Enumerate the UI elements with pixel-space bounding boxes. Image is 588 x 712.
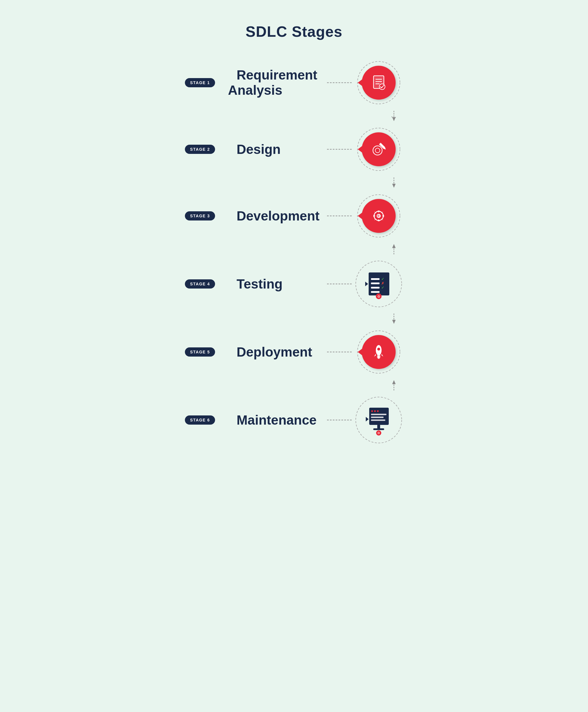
svg-marker-48 — [392, 380, 396, 384]
svg-rect-33 — [371, 291, 380, 293]
label-col-6: Maintenance — [222, 413, 326, 428]
icon-circle-2 — [362, 132, 396, 166]
svg-text:⚙: ⚙ — [377, 431, 380, 435]
svg-point-12 — [375, 148, 380, 153]
svg-marker-8 — [392, 117, 396, 121]
icon-col-2 — [354, 126, 403, 172]
stage-label-4: Testing — [236, 276, 282, 291]
icon-circle-3: ⚙ — [362, 199, 396, 233]
label-col-2: Design — [222, 142, 326, 157]
svg-marker-40 — [392, 320, 396, 324]
design-icon — [370, 140, 388, 159]
svg-text:✓: ✓ — [381, 286, 384, 290]
icon-col-4: ✓ ✗ ✓ ⚙ — [354, 259, 403, 308]
stage-badge-3: STAGE 3 — [185, 211, 215, 221]
badge-col-1: STAGE 1 — [185, 80, 222, 85]
main-container: SDLC Stages STAGE 1 RequirementAnalysis — [176, 12, 412, 467]
label-col-1: RequirementAnalysis — [222, 67, 326, 98]
connector-col-1 — [326, 82, 354, 83]
icon-col-6: ⚙ — [354, 396, 403, 444]
label-col-3: Development — [222, 208, 326, 224]
svg-point-44 — [377, 348, 380, 351]
connector-col-6 — [326, 419, 354, 421]
requirement-icon — [370, 74, 388, 92]
between-arrow-4-5 — [185, 314, 403, 324]
deployment-icon — [370, 343, 388, 361]
icon-col-5 — [354, 329, 403, 375]
svg-rect-56 — [371, 414, 386, 415]
svg-rect-32 — [371, 287, 380, 289]
badge-col-3: STAGE 3 — [185, 213, 222, 218]
stage-badge-2: STAGE 2 — [185, 145, 215, 154]
dashed-line-2 — [327, 149, 353, 150]
badge-col-5: STAGE 5 — [185, 350, 222, 355]
badge-col-4: STAGE 4 — [185, 281, 222, 287]
connector-col-2 — [326, 149, 354, 150]
connector-col-3 — [326, 215, 354, 216]
dashed-line-6 — [327, 419, 353, 421]
svg-point-46 — [378, 356, 380, 359]
svg-rect-57 — [371, 417, 383, 418]
svg-text:⚙: ⚙ — [377, 295, 380, 298]
svg-point-11 — [373, 146, 382, 155]
maintenance-icon: ⚙ — [363, 404, 395, 436]
stage-row-3: STAGE 3 Development — [185, 188, 403, 244]
maintenance-icon-wrap: ⚙ — [361, 403, 396, 437]
testing-icon-wrap: ✓ ✗ ✓ ⚙ — [361, 267, 396, 301]
svg-rect-60 — [373, 428, 384, 430]
icon-col-3: ⚙ — [354, 193, 403, 239]
svg-text:✓: ✓ — [381, 277, 384, 281]
icon-circle-1 — [362, 66, 396, 100]
svg-rect-30 — [371, 278, 380, 280]
stage-label-6: Maintenance — [236, 413, 317, 427]
page-title: SDLC Stages — [185, 23, 403, 40]
stage-badge-6: STAGE 6 — [185, 415, 215, 425]
label-col-4: Testing — [222, 276, 326, 292]
stage-row-1: STAGE 1 RequirementAnalysis — [185, 55, 403, 111]
testing-icon: ✓ ✗ ✓ ⚙ — [363, 268, 395, 300]
svg-point-53 — [371, 410, 373, 412]
svg-text:⚙: ⚙ — [378, 214, 380, 217]
stage-badge-5: STAGE 5 — [185, 348, 215, 357]
stage-row-6: STAGE 6 Maintenance — [185, 391, 403, 449]
stage-badge-1: STAGE 1 — [185, 78, 215, 87]
between-arrow-1-2 — [185, 111, 403, 121]
between-arrow-5-6 — [185, 380, 403, 391]
stage-row-5: STAGE 5 Deployment — [185, 324, 403, 380]
svg-rect-59 — [377, 425, 380, 428]
svg-point-54 — [374, 410, 376, 412]
between-arrow-2-3 — [185, 177, 403, 188]
between-arrow-3-4 — [185, 244, 403, 254]
stage-label-5: Deployment — [236, 344, 312, 359]
svg-marker-28 — [365, 281, 368, 286]
svg-text:✗: ✗ — [381, 281, 384, 285]
dashed-line-1 — [327, 82, 353, 83]
stages-list: STAGE 1 RequirementAnalysis — [185, 55, 403, 449]
svg-rect-58 — [371, 419, 385, 421]
svg-marker-25 — [392, 244, 396, 248]
label-col-5: Deployment — [222, 344, 326, 360]
development-icon: ⚙ — [370, 207, 388, 225]
stage-row-4: STAGE 4 Testing — [185, 254, 403, 314]
icon-col-1 — [354, 60, 403, 106]
badge-col-2: STAGE 2 — [185, 147, 222, 152]
svg-rect-31 — [371, 282, 380, 284]
icon-circle-5 — [362, 335, 396, 369]
stage-row-2: STAGE 2 Design — [185, 121, 403, 177]
svg-marker-51 — [366, 417, 369, 421]
connector-col-4 — [326, 284, 354, 285]
svg-point-55 — [377, 410, 379, 412]
stage-badge-4: STAGE 4 — [185, 279, 215, 289]
connector-col-5 — [326, 351, 354, 353]
stage-label-1: RequirementAnalysis — [228, 67, 317, 98]
stage-label-3: Development — [236, 208, 319, 223]
svg-marker-17 — [392, 184, 396, 188]
dashed-line-5 — [327, 351, 353, 353]
badge-col-6: STAGE 6 — [185, 417, 222, 423]
stage-label-2: Design — [236, 142, 280, 157]
dashed-line-4 — [327, 284, 353, 285]
dashed-line-3 — [327, 215, 353, 216]
svg-rect-52 — [369, 408, 389, 425]
